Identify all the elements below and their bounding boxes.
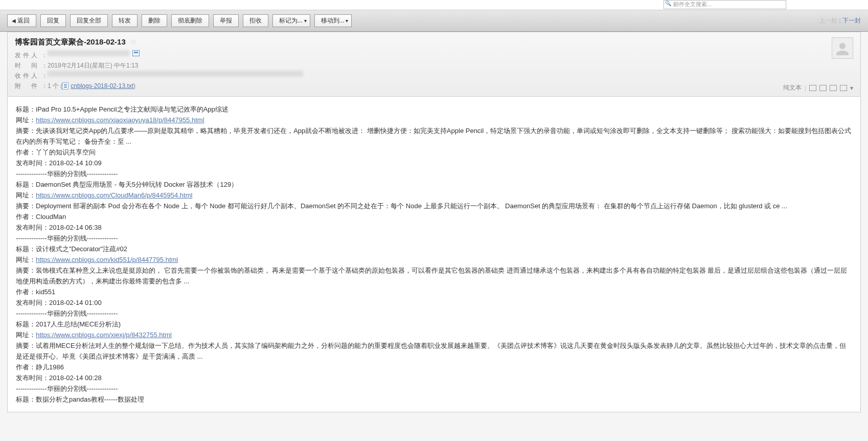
- article-pubtime: 2018-02-14 06:38: [49, 224, 102, 231]
- divider: --------------华丽的分割线--------------: [16, 308, 852, 319]
- attachment-name: cnblogs-2018-02-13.txt: [71, 81, 133, 91]
- subject-text: 博客园首页文章聚合-2018-02-13: [15, 37, 126, 46]
- plain-text-toggle[interactable]: 纯文本: [783, 83, 802, 92]
- reply-all-button[interactable]: 回复全部: [70, 14, 108, 27]
- article-url[interactable]: https://www.cnblogs.com/xiexj/p/8432755.…: [36, 331, 172, 339]
- attach-label: 附 件: [15, 81, 41, 91]
- mail-subject: 博客园首页文章聚合-2018-02-13 ☆: [15, 37, 853, 47]
- report-button[interactable]: 举报: [213, 14, 239, 27]
- mark-as-dropdown[interactable]: 标记为...: [272, 14, 310, 27]
- article-summary: 先谈谈我对笔记类App的几点要求——原则是取其精华，略其糟粕，毕竟开发者们还在，…: [16, 127, 851, 145]
- tool-icon-1[interactable]: [809, 85, 816, 91]
- tool-icon-2[interactable]: [819, 85, 827, 91]
- search-placeholder: 邮件全文搜索...: [673, 1, 712, 7]
- url-label: 网址：: [16, 116, 36, 124]
- back-button[interactable]: 返回: [7, 14, 36, 27]
- tool-icon-4[interactable]: [840, 85, 847, 91]
- mail-body: 标题：iPad Pro 10.5+Apple Pencil之专注文献阅读与笔记效…: [7, 97, 861, 412]
- tool-icon-3[interactable]: [830, 85, 837, 91]
- delete-forever-button[interactable]: 彻底删除: [171, 14, 209, 27]
- article-title: DaemonSet 典型应用场景 - 每天5分钟玩转 Docker 容器技术（1…: [36, 181, 238, 188]
- header-tools: 纯文本 | ▾: [783, 83, 853, 92]
- article-pubtime: 2018-02-14 10:09: [49, 159, 102, 167]
- top-search-bar: 邮件全文搜索...: [0, 0, 868, 10]
- chevron-down-icon[interactable]: ▾: [850, 84, 853, 92]
- article-title: 设计模式之"Decorator"注疏#02: [36, 245, 127, 253]
- divider: --------------华丽的分割线--------------: [16, 233, 852, 244]
- article-author: 丫丫的知识共享空间: [36, 148, 96, 156]
- article-title: 2017人生总结(MECE分析法): [36, 320, 121, 328]
- article-title: iPad Pro 10.5+Apple Pencil之专注文献阅读与笔记效率的A…: [36, 105, 229, 113]
- reject-button[interactable]: 拒收: [243, 14, 268, 27]
- move-to-dropdown[interactable]: 移动到...: [314, 14, 352, 27]
- title-label: 标题：: [16, 105, 36, 113]
- attach-count: 1 个 (: [48, 81, 62, 91]
- file-icon: [62, 82, 68, 90]
- delete-button[interactable]: 删除: [142, 14, 167, 27]
- article-pubtime: 2018-02-14 00:28: [49, 374, 102, 382]
- article-summary: 装饰模式在某种意义上来说也是挺原始的， 它首先需要一个你被装饰的基础类， 再来是…: [16, 267, 847, 285]
- article-url[interactable]: https://www.cnblogs.com/xiaoxiaoyuya18/p…: [36, 116, 204, 124]
- article-summary: Deployment 部署的副本 Pod 会分布在各个 Node 上，每个 No…: [36, 202, 787, 210]
- next-mail-link[interactable]: 下一封: [842, 17, 861, 24]
- search-input[interactable]: 邮件全文搜索...: [664, 0, 786, 9]
- article-pubtime: 2018-02-14 01:00: [49, 299, 102, 306]
- divider: --------------华丽的分割线--------------: [16, 168, 852, 179]
- article-title: 数据分析之pandas教程------数据处理: [36, 395, 144, 403]
- star-icon[interactable]: ☆: [130, 37, 136, 46]
- time-label: 时 间: [15, 60, 41, 71]
- mail-header: 博客园首页文章聚合-2018-02-13 ☆ 发件人： 时 间： 2018年2月…: [7, 32, 861, 97]
- toolbar: 返回 回复 回复全部 转发 删除 彻底删除 举报 拒收 标记为... 移动到..…: [0, 10, 868, 32]
- article-url[interactable]: https://www.cnblogs.com/kid551/p/8447795…: [36, 256, 178, 263]
- article-url[interactable]: https://www.cnblogs.com/CloudMan6/p/8445…: [36, 191, 192, 199]
- article-summary: 试着用MECE分析法对人生的整个规划做一下总结。作为技术人员，其实除了编码架构能…: [16, 342, 846, 360]
- author-label: 作者：: [16, 148, 36, 156]
- attachment-link[interactable]: cnblogs-2018-02-13.txt: [62, 81, 133, 91]
- forward-button[interactable]: 转发: [112, 14, 138, 27]
- from-value: [48, 50, 129, 56]
- vcard-icon[interactable]: [132, 50, 140, 56]
- divider: --------------华丽的分割线--------------: [16, 383, 852, 394]
- time-value: 2018年2月14日(星期三) 中午1:13: [48, 60, 138, 71]
- pubtime-label: 发布时间：: [16, 159, 49, 167]
- from-label: 发件人: [15, 50, 41, 60]
- article-author: CloudMan: [36, 213, 66, 220]
- summary-label: 摘要：: [16, 127, 36, 135]
- avatar: [832, 37, 853, 59]
- article-author: 静儿1986: [36, 363, 64, 371]
- to-value: [48, 71, 303, 77]
- nav-pager: 上一封 | 下一封: [819, 16, 861, 25]
- to-label: 收件人: [15, 71, 41, 81]
- reply-button[interactable]: 回复: [40, 14, 66, 27]
- article-author: kid551: [36, 288, 55, 296]
- prev-mail-link: 上一封: [819, 17, 837, 24]
